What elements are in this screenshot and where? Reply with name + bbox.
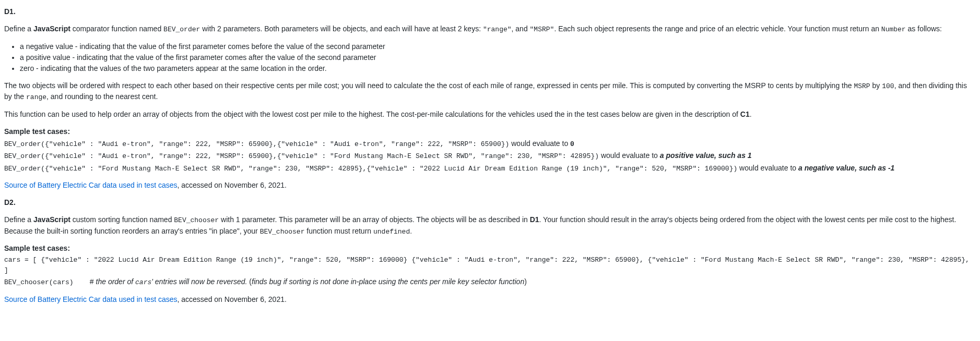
msrp-code: MSRP [854,82,870,90]
paren: ) [524,277,527,286]
d1-calc: The two objects will be ordered with res… [4,80,976,103]
fn-name: BEV_chooser [260,228,305,236]
fn-name: BEV_order [163,26,200,33]
text: The two objects will be ordered with res… [4,81,854,90]
text: . [410,227,412,235]
c1-ref: C1 [740,110,750,118]
text: comparator function named [70,25,163,33]
undefined-code: undefined [373,228,410,236]
js-bold: JavaScript [33,25,70,33]
text: by [870,81,882,90]
d2-intro: Define a JavaScript custom sorting funct… [4,214,976,237]
d2-heading: D2. [4,197,976,208]
test-code: BEV_order({"vehicle" : "Ford Mustang Mac… [4,165,737,173]
text: Define a [4,215,33,224]
hash: # [90,277,96,286]
d1-test-3: BEV_order({"vehicle" : "Ford Mustang Mac… [4,163,976,174]
text: , accessed on November 6, 2021. [178,295,287,303]
d1-test-1: BEV_order({"vehicle" : "Audi e-tron", "r… [4,138,976,150]
comment: finds bug if sorting is not done in-plac… [252,277,524,286]
text: . [750,110,752,118]
number-type: Number [881,26,906,33]
text: , and rounding to the nearest cent. [46,92,158,101]
range-code: range [26,93,46,101]
list-item: zero - indicating that the values of the… [20,63,976,74]
comment: ' entries will now be reversed. [151,277,247,286]
test-result: a negative value, such as -1 [798,164,894,172]
d1-bullets: a negative value - indicating that the v… [4,41,976,74]
text: Define a [4,25,33,33]
hundred-code: 100 [882,82,894,90]
list-item: a negative value - indicating that the v… [20,41,976,52]
text: custom sorting function named [70,215,174,224]
d2-source: Source of Battery Electric Car data used… [4,294,976,305]
test-result: a positive value, such as 1 [660,151,752,160]
text: would evaluate to [509,139,570,148]
test-result: 0 [570,140,574,148]
paren: ( [247,277,252,286]
gap [74,278,90,286]
text: function must return [304,227,373,235]
source-link[interactable]: Source of Battery Electric Car data used… [4,181,178,189]
list-item: a positive value - indicating that the v… [20,52,976,63]
text: would evaluate to [737,164,798,172]
test-code: BEV_chooser(cars) [4,278,74,286]
text: would evaluate to [599,151,660,160]
fn-name: BEV_chooser [174,216,219,224]
key-range: "range" [483,26,512,33]
cars-code: cars [135,278,151,286]
d1-sample-label: Sample test cases: [4,126,976,137]
d1-ref: D1 [530,215,539,224]
text: This function can be used to help order … [4,110,740,118]
d1-usage: This function can be used to help order … [4,109,976,120]
text: with 2 parameters. Both parameters will … [200,25,483,33]
text: with 1 parameter. This parameter will be… [219,215,530,224]
js-bold: JavaScript [33,215,70,224]
text: . Each such object represents the range … [554,25,881,33]
test-code: BEV_order({"vehicle" : "Audi e-tron", "r… [4,152,599,160]
text: , and [512,25,530,33]
test-code: BEV_order({"vehicle" : "Audi e-tron", "r… [4,140,509,148]
text: , accessed on November 6, 2021. [178,181,287,189]
d2-sample-label: Sample test cases: [4,243,976,254]
source-link[interactable]: Source of Battery Electric Car data used… [4,295,178,303]
d1-intro: Define a JavaScript comparator function … [4,23,976,35]
comment: the order of [96,277,136,286]
d2-test-2: BEV_chooser(cars) # the order of cars' e… [4,276,976,288]
d1-source: Source of Battery Electric Car data used… [4,180,976,191]
d1-heading: D1. [4,6,976,17]
text: as follows: [906,25,942,33]
d1-test-2: BEV_order({"vehicle" : "Audi e-tron", "r… [4,150,976,162]
key-msrp: "MSRP" [530,26,554,33]
d2-test-1: cars = [ {"vehicle" : "2022 Lucid Air Dr… [4,255,976,275]
